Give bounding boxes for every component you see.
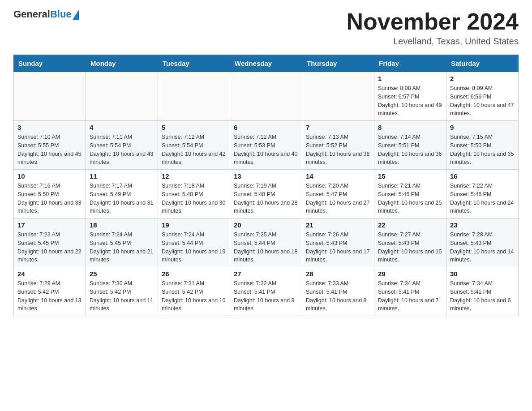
day-info: Sunrise: 7:33 AM Sunset: 5:41 PM Dayligh… [306, 279, 370, 313]
day-number: 22 [378, 221, 442, 229]
day-info: Sunrise: 7:25 AM Sunset: 5:44 PM Dayligh… [234, 231, 298, 264]
day-number: 4 [90, 124, 154, 131]
calendar-cell: 27Sunrise: 7:32 AM Sunset: 5:41 PM Dayli… [230, 267, 302, 316]
day-info: Sunrise: 8:09 AM Sunset: 6:56 PM Dayligh… [450, 84, 515, 118]
day-number: 16 [450, 172, 515, 180]
day-info: Sunrise: 7:32 AM Sunset: 5:41 PM Dayligh… [234, 279, 298, 313]
title-area: November 2024 Levelland, Texas, United S… [347, 9, 519, 47]
day-number: 15 [378, 172, 442, 180]
day-number: 8 [378, 124, 442, 131]
day-number: 24 [17, 270, 82, 278]
calendar-cell: 25Sunrise: 7:30 AM Sunset: 5:42 PM Dayli… [86, 267, 158, 316]
day-info: Sunrise: 7:34 AM Sunset: 5:41 PM Dayligh… [450, 279, 515, 313]
day-number: 2 [450, 75, 515, 82]
calendar-cell: 18Sunrise: 7:24 AM Sunset: 5:45 PM Dayli… [86, 218, 158, 267]
header: GeneralBlue November 2024 Levelland, Tex… [13, 9, 519, 47]
day-number: 27 [234, 270, 298, 278]
day-number: 6 [234, 124, 298, 131]
calendar-cell: 13Sunrise: 7:19 AM Sunset: 5:48 PM Dayli… [230, 170, 302, 218]
day-info: Sunrise: 7:12 AM Sunset: 5:53 PM Dayligh… [234, 133, 298, 167]
day-number: 12 [162, 172, 226, 180]
calendar-cell: 29Sunrise: 7:34 AM Sunset: 5:41 PM Dayli… [374, 267, 446, 316]
col-sunday: Sunday [14, 55, 86, 72]
day-info: Sunrise: 7:27 AM Sunset: 5:43 PM Dayligh… [378, 231, 442, 264]
calendar-cell: 17Sunrise: 7:23 AM Sunset: 5:45 PM Dayli… [14, 218, 86, 267]
calendar-cell [14, 72, 86, 121]
day-info: Sunrise: 7:31 AM Sunset: 5:42 PM Dayligh… [162, 279, 226, 313]
day-number: 18 [90, 221, 154, 229]
day-info: Sunrise: 7:14 AM Sunset: 5:51 PM Dayligh… [378, 133, 442, 167]
calendar-cell: 19Sunrise: 7:24 AM Sunset: 5:44 PM Dayli… [158, 218, 230, 267]
calendar-week-row: 3Sunrise: 7:10 AM Sunset: 5:55 PM Daylig… [14, 121, 519, 170]
calendar-cell: 16Sunrise: 7:22 AM Sunset: 5:46 PM Dayli… [446, 170, 519, 218]
day-info: Sunrise: 7:21 AM Sunset: 5:46 PM Dayligh… [378, 182, 442, 215]
calendar-cell: 9Sunrise: 7:15 AM Sunset: 5:50 PM Daylig… [446, 121, 519, 170]
logo-text-blue: Blue [50, 9, 72, 20]
day-number: 7 [306, 124, 370, 131]
day-info: Sunrise: 7:24 AM Sunset: 5:44 PM Dayligh… [162, 231, 226, 264]
day-info: Sunrise: 7:22 AM Sunset: 5:46 PM Dayligh… [450, 182, 515, 215]
day-info: Sunrise: 7:23 AM Sunset: 5:45 PM Dayligh… [17, 231, 82, 264]
day-number: 23 [450, 221, 515, 229]
col-saturday: Saturday [446, 55, 519, 72]
day-number: 14 [306, 172, 370, 180]
day-number: 26 [162, 270, 226, 278]
day-number: 13 [234, 172, 298, 180]
calendar-cell: 7Sunrise: 7:13 AM Sunset: 5:52 PM Daylig… [302, 121, 374, 170]
header-row: Sunday Monday Tuesday Wednesday Thursday… [14, 55, 519, 72]
day-info: Sunrise: 7:12 AM Sunset: 5:54 PM Dayligh… [162, 133, 226, 167]
logo-text-black: GeneralBlue [13, 9, 72, 20]
calendar-week-row: 10Sunrise: 7:16 AM Sunset: 5:50 PM Dayli… [14, 170, 519, 218]
calendar-cell: 14Sunrise: 7:20 AM Sunset: 5:47 PM Dayli… [302, 170, 374, 218]
calendar-cell: 24Sunrise: 7:29 AM Sunset: 5:42 PM Dayli… [14, 267, 86, 316]
calendar-cell [86, 72, 158, 121]
day-number: 19 [162, 221, 226, 229]
calendar-cell: 20Sunrise: 7:25 AM Sunset: 5:44 PM Dayli… [230, 218, 302, 267]
col-tuesday: Tuesday [158, 55, 230, 72]
day-info: Sunrise: 7:29 AM Sunset: 5:42 PM Dayligh… [17, 279, 82, 313]
day-info: Sunrise: 7:17 AM Sunset: 5:49 PM Dayligh… [90, 182, 154, 215]
day-info: Sunrise: 7:11 AM Sunset: 5:54 PM Dayligh… [90, 133, 154, 167]
col-wednesday: Wednesday [230, 55, 302, 72]
calendar-table: Sunday Monday Tuesday Wednesday Thursday… [13, 55, 519, 316]
day-number: 28 [306, 270, 370, 278]
calendar-cell: 26Sunrise: 7:31 AM Sunset: 5:42 PM Dayli… [158, 267, 230, 316]
col-monday: Monday [86, 55, 158, 72]
calendar-cell: 22Sunrise: 7:27 AM Sunset: 5:43 PM Dayli… [374, 218, 446, 267]
day-info: Sunrise: 7:16 AM Sunset: 5:50 PM Dayligh… [17, 182, 82, 215]
calendar-cell: 5Sunrise: 7:12 AM Sunset: 5:54 PM Daylig… [158, 121, 230, 170]
day-info: Sunrise: 7:15 AM Sunset: 5:50 PM Dayligh… [450, 133, 515, 167]
day-info: Sunrise: 7:30 AM Sunset: 5:42 PM Dayligh… [90, 279, 154, 313]
calendar-cell: 11Sunrise: 7:17 AM Sunset: 5:49 PM Dayli… [86, 170, 158, 218]
day-info: Sunrise: 7:20 AM Sunset: 5:47 PM Dayligh… [306, 182, 370, 215]
calendar-cell: 6Sunrise: 7:12 AM Sunset: 5:53 PM Daylig… [230, 121, 302, 170]
day-number: 29 [378, 270, 442, 278]
day-info: Sunrise: 8:08 AM Sunset: 6:57 PM Dayligh… [378, 84, 442, 118]
day-info: Sunrise: 7:28 AM Sunset: 5:43 PM Dayligh… [450, 231, 515, 264]
calendar-cell [302, 72, 374, 121]
calendar-cell: 23Sunrise: 7:28 AM Sunset: 5:43 PM Dayli… [446, 218, 519, 267]
day-info: Sunrise: 7:24 AM Sunset: 5:45 PM Dayligh… [90, 231, 154, 264]
day-number: 21 [306, 221, 370, 229]
day-info: Sunrise: 7:19 AM Sunset: 5:48 PM Dayligh… [234, 182, 298, 215]
calendar-cell: 28Sunrise: 7:33 AM Sunset: 5:41 PM Dayli… [302, 267, 374, 316]
calendar-week-row: 24Sunrise: 7:29 AM Sunset: 5:42 PM Dayli… [14, 267, 519, 316]
calendar-cell: 30Sunrise: 7:34 AM Sunset: 5:41 PM Dayli… [446, 267, 519, 316]
day-info: Sunrise: 7:18 AM Sunset: 5:48 PM Dayligh… [162, 182, 226, 215]
calendar-cell: 2Sunrise: 8:09 AM Sunset: 6:56 PM Daylig… [446, 72, 519, 121]
logo-icon: GeneralBlue [13, 9, 79, 20]
day-number: 1 [378, 75, 442, 82]
calendar-cell: 3Sunrise: 7:10 AM Sunset: 5:55 PM Daylig… [14, 121, 86, 170]
logo: GeneralBlue [13, 9, 79, 21]
calendar-cell: 15Sunrise: 7:21 AM Sunset: 5:46 PM Dayli… [374, 170, 446, 218]
day-info: Sunrise: 7:10 AM Sunset: 5:55 PM Dayligh… [17, 133, 82, 167]
logo-triangle-icon [73, 10, 79, 20]
day-number: 20 [234, 221, 298, 229]
calendar-cell: 10Sunrise: 7:16 AM Sunset: 5:50 PM Dayli… [14, 170, 86, 218]
calendar-cell: 21Sunrise: 7:26 AM Sunset: 5:43 PM Dayli… [302, 218, 374, 267]
day-number: 10 [17, 172, 82, 180]
col-friday: Friday [374, 55, 446, 72]
day-info: Sunrise: 7:34 AM Sunset: 5:41 PM Dayligh… [378, 279, 442, 313]
day-number: 3 [17, 124, 82, 131]
day-number: 25 [90, 270, 154, 278]
